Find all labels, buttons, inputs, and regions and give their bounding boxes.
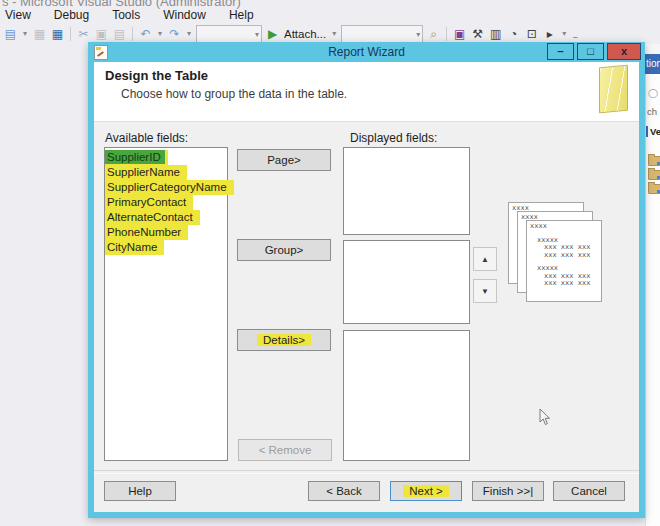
- finish-button[interactable]: Finish >>|: [472, 481, 544, 501]
- group-button[interactable]: Group>: [237, 239, 331, 261]
- menu-window[interactable]: Window: [163, 8, 206, 23]
- undo-dropdown-icon[interactable]: ▾: [156, 25, 164, 43]
- folder-icon[interactable]: [648, 184, 660, 194]
- move-down-button[interactable]: ▼: [473, 279, 497, 303]
- intellitrace-icon[interactable]: ◔: [506, 25, 521, 43]
- paste-icon[interactable]: ▤: [112, 25, 127, 43]
- minimize-button[interactable]: –: [547, 43, 574, 60]
- sync-window-icon[interactable]: ▣: [452, 25, 467, 43]
- next-button[interactable]: Next >: [390, 481, 462, 501]
- cancel-button[interactable]: Cancel: [553, 481, 625, 501]
- toolbar-overflow-icon[interactable]: _: [571, 25, 579, 43]
- back-button[interactable]: < Back: [308, 481, 380, 501]
- search-solution-label[interactable]: ch S: [647, 106, 660, 117]
- move-up-button[interactable]: ▲: [473, 247, 497, 271]
- cut-icon[interactable]: ✂: [76, 25, 91, 43]
- find-icon[interactable]: ⌕: [426, 25, 441, 43]
- save-all-icon[interactable]: ▦: [50, 25, 65, 43]
- page-fields-listbox[interactable]: [343, 147, 470, 235]
- field-item[interactable]: AlternateContact: [105, 210, 227, 225]
- field-item[interactable]: PhoneNumber: [105, 225, 227, 240]
- available-fields-label: Available fields:: [105, 131, 188, 145]
- attach-dropdown-icon[interactable]: ▾: [330, 25, 338, 43]
- window-controls: – □ x: [547, 43, 641, 60]
- menu-tools[interactable]: Tools: [112, 8, 140, 23]
- start-page-icon[interactable]: ▸: [542, 25, 557, 43]
- wizard-header: Design the Table Choose how to group the…: [94, 62, 639, 122]
- mouse-cursor: [538, 408, 551, 427]
- undo-icon[interactable]: ↶: [138, 25, 153, 43]
- solution-explorer-sliver: tion ◯ ch S Ver: [645, 44, 660, 526]
- field-item[interactable]: PrimaryContact: [105, 195, 227, 210]
- details-fields-listbox[interactable]: [343, 330, 470, 461]
- wizard-book-icon: [599, 65, 628, 114]
- footer-separator: [94, 470, 639, 474]
- report-wizard-dialog: Report Wizard – □ x Design the Table Cho…: [88, 42, 645, 518]
- platform-combobox[interactable]: ▾: [341, 25, 423, 43]
- dialog-titlebar[interactable]: Report Wizard – □ x: [88, 42, 645, 62]
- toolbar-separator: [132, 27, 133, 41]
- attach-button[interactable]: Attach...: [284, 28, 326, 40]
- folder-icon[interactable]: [648, 156, 660, 166]
- wrench-icon[interactable]: ⚒: [470, 25, 485, 43]
- solution-node-label[interactable]: Ver: [646, 126, 660, 137]
- field-item[interactable]: SupplierName: [105, 165, 227, 180]
- folder-icon[interactable]: [648, 170, 660, 180]
- preview-page-front: xxxx xxxxx xxx xxx xxx xxx xxx xxx xxxxx…: [526, 220, 602, 302]
- dialog-content: Design the Table Choose how to group the…: [94, 62, 639, 512]
- menu-help[interactable]: Help: [229, 8, 254, 23]
- menu-bar: View Debug Tools Window Help: [0, 8, 645, 23]
- page-button[interactable]: Page>: [237, 149, 331, 171]
- close-button[interactable]: x: [607, 43, 641, 60]
- solution-explorer-body: ◯ ch S Ver: [645, 74, 660, 526]
- page-title: Design the Table: [105, 68, 208, 83]
- details-button[interactable]: Details>: [237, 329, 331, 351]
- copy-icon[interactable]: ▣: [94, 25, 109, 43]
- new-item-icon[interactable]: ▤: [3, 25, 18, 43]
- start-debug-icon[interactable]: ▶: [265, 25, 280, 43]
- toolbar-separator: [70, 27, 71, 41]
- configuration-combobox[interactable]: ▾: [196, 25, 262, 43]
- group-fields-listbox[interactable]: [343, 240, 470, 324]
- down-arrow-icon: ▼: [481, 287, 489, 296]
- menu-debug[interactable]: Debug: [54, 8, 89, 23]
- toolbox-icon[interactable]: ▥: [488, 25, 503, 43]
- remove-button[interactable]: < Remove: [238, 439, 332, 461]
- field-item[interactable]: SupplierCategoryName: [105, 180, 227, 195]
- save-icon[interactable]: ▦: [32, 25, 47, 43]
- toolbar-options-dropdown-icon[interactable]: ▾: [560, 25, 568, 43]
- up-arrow-icon: ▲: [481, 255, 489, 264]
- toolbar-separator: [446, 27, 447, 41]
- toolbar: ▤ ▾ ▦ ▦ ✂ ▣ ▤ ↶ ▾ ↷ ▾ ▾ ▶ Attach... ▾ ▾ …: [0, 24, 660, 44]
- available-fields-listbox[interactable]: SupplierID SupplierName SupplierCategory…: [104, 147, 228, 461]
- refresh-icon[interactable]: ◯: [648, 88, 658, 98]
- help-button[interactable]: Help: [104, 481, 176, 501]
- field-item[interactable]: CityName: [105, 240, 227, 255]
- new-item-dropdown-icon[interactable]: ▾: [21, 25, 29, 43]
- extensions-icon[interactable]: ⊡: [524, 25, 539, 43]
- maximize-button[interactable]: □: [577, 43, 604, 60]
- menu-view[interactable]: View: [5, 8, 31, 23]
- redo-icon[interactable]: ↷: [167, 25, 182, 43]
- field-item[interactable]: SupplierID: [105, 150, 227, 165]
- page-subtitle: Choose how to group the data in the tabl…: [121, 87, 347, 101]
- redo-dropdown-icon[interactable]: ▾: [185, 25, 193, 43]
- solution-explorer-tab[interactable]: tion: [645, 54, 660, 74]
- displayed-fields-label: Displayed fields:: [350, 131, 437, 145]
